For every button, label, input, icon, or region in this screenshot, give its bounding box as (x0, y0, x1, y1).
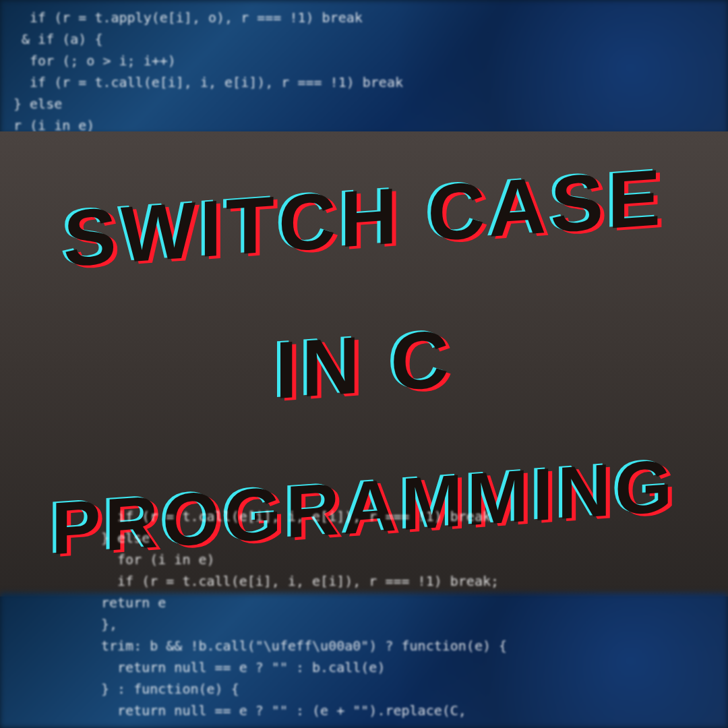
title-line-2: IN C IN C IN C (275, 311, 453, 416)
background-code-bottom: if (r = t.call(e[i], i, e[i]), r === !1)… (0, 499, 400, 728)
title-line-1: SWITCH CASE SWITCH CASE SWITCH CASE (63, 151, 665, 284)
